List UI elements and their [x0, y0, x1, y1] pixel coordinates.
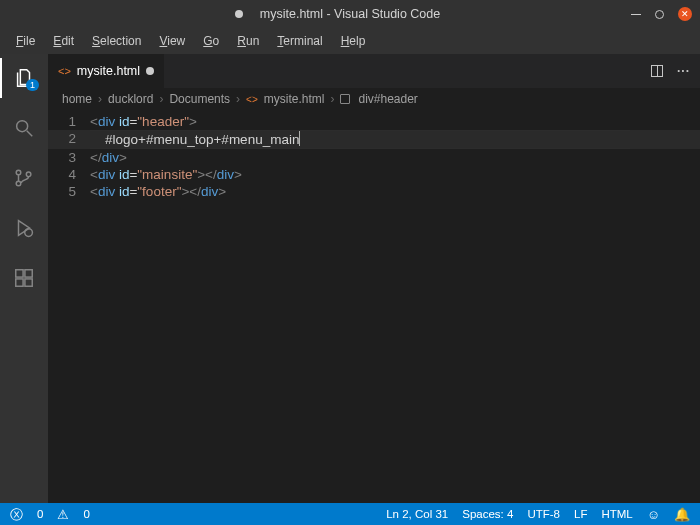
warning-count[interactable]: 0 — [83, 508, 89, 520]
line-number: 1 — [48, 113, 90, 130]
line-number: 5 — [48, 183, 90, 200]
chevron-right-icon: › — [159, 92, 163, 106]
crumb-ducklord[interactable]: ducklord — [108, 92, 153, 106]
text-cursor — [299, 131, 300, 146]
explorer-badge: 1 — [26, 79, 39, 91]
menu-selection[interactable]: Selection — [84, 31, 149, 51]
eol[interactable]: LF — [574, 508, 587, 520]
svg-point-2 — [16, 170, 21, 175]
workbench: 1 <> mysite.html ··· — [0, 54, 700, 503]
code-line[interactable]: <div id="footer"></div> — [90, 183, 226, 200]
activity-search[interactable] — [0, 112, 48, 144]
struct-icon — [340, 94, 350, 104]
window-titlebar: mysite.html - Visual Studio Code ✕ — [0, 0, 700, 28]
chevron-right-icon: › — [236, 92, 240, 106]
svg-line-1 — [27, 131, 33, 137]
tab-actions: ··· — [641, 54, 700, 88]
tab-mysite[interactable]: <> mysite.html — [48, 54, 165, 88]
crumb-file[interactable]: mysite.html — [264, 92, 325, 106]
line-number: 3 — [48, 149, 90, 166]
more-actions-icon[interactable]: ··· — [677, 64, 690, 78]
activity-debug[interactable] — [0, 212, 48, 244]
close-icon[interactable]: ✕ — [678, 7, 692, 21]
svg-rect-7 — [16, 270, 23, 277]
feedback-icon[interactable]: ☺ — [647, 508, 660, 521]
status-bar: ⓧ0 ⚠0 Ln 2, Col 31 Spaces: 4 UTF-8 LF HT… — [0, 503, 700, 525]
html-file-icon: <> — [246, 94, 258, 105]
line-number: 4 — [48, 166, 90, 183]
menubar: File Edit Selection View Go Run Terminal… — [0, 28, 700, 54]
svg-rect-10 — [25, 279, 32, 286]
search-icon — [13, 117, 35, 139]
svg-rect-8 — [25, 270, 32, 277]
crumb-node[interactable]: div#header — [358, 92, 417, 106]
indentation[interactable]: Spaces: 4 — [462, 508, 513, 520]
svg-point-3 — [16, 181, 21, 186]
tab-label: mysite.html — [77, 64, 140, 78]
code-line[interactable]: <div id="mainsite"></div> — [90, 166, 242, 183]
breadcrumb[interactable]: home› ducklord› Documents› <> mysite.htm… — [48, 88, 700, 110]
window-title: mysite.html - Visual Studio Code — [260, 7, 440, 21]
modified-dot-icon — [235, 10, 243, 18]
activity-explorer[interactable]: 1 — [0, 62, 48, 94]
svg-point-4 — [26, 172, 31, 177]
tab-bar: <> mysite.html ··· — [48, 54, 700, 88]
activity-scm[interactable] — [0, 162, 48, 194]
cursor-position[interactable]: Ln 2, Col 31 — [386, 508, 448, 520]
svg-rect-9 — [16, 279, 23, 286]
error-count[interactable]: 0 — [37, 508, 43, 520]
extensions-icon — [13, 267, 35, 289]
minimize-icon[interactable] — [631, 14, 641, 15]
crumb-documents[interactable]: Documents — [169, 92, 230, 106]
code-line[interactable]: </div> — [90, 149, 127, 166]
modified-dot-icon — [146, 67, 154, 75]
error-icon[interactable]: ⓧ — [10, 508, 23, 521]
line-number: 2 — [48, 130, 90, 149]
html-file-icon: <> — [58, 65, 71, 77]
bell-icon[interactable]: 🔔 — [674, 508, 690, 521]
svg-marker-5 — [19, 221, 30, 236]
menu-edit[interactable]: Edit — [45, 31, 82, 51]
encoding[interactable]: UTF-8 — [527, 508, 560, 520]
crumb-home[interactable]: home — [62, 92, 92, 106]
activity-bar: 1 — [0, 54, 48, 503]
menu-run[interactable]: Run — [229, 31, 267, 51]
svg-point-0 — [17, 121, 28, 132]
menu-terminal[interactable]: Terminal — [269, 31, 330, 51]
chevron-right-icon: › — [330, 92, 334, 106]
menu-file[interactable]: File — [8, 31, 43, 51]
split-editor-icon[interactable] — [651, 65, 663, 77]
svg-point-6 — [25, 229, 33, 237]
warning-icon[interactable]: ⚠ — [57, 508, 69, 521]
chevron-right-icon: › — [98, 92, 102, 106]
code-line[interactable]: <div id="header"> — [90, 113, 197, 130]
menu-go[interactable]: Go — [195, 31, 227, 51]
menu-help[interactable]: Help — [333, 31, 374, 51]
play-bug-icon — [13, 217, 35, 239]
menu-view[interactable]: View — [151, 31, 193, 51]
maximize-icon[interactable] — [655, 10, 664, 19]
code-editor[interactable]: 1<div id="header"> 2 #logo+#menu_top+#me… — [48, 110, 700, 503]
activity-extensions[interactable] — [0, 262, 48, 294]
code-line[interactable]: #logo+#menu_top+#menu_main — [90, 130, 630, 149]
branch-icon — [13, 167, 35, 189]
language-mode[interactable]: HTML — [601, 508, 632, 520]
window-controls: ✕ — [631, 7, 692, 21]
editor-area: <> mysite.html ··· home› ducklord› Docum… — [48, 54, 700, 503]
